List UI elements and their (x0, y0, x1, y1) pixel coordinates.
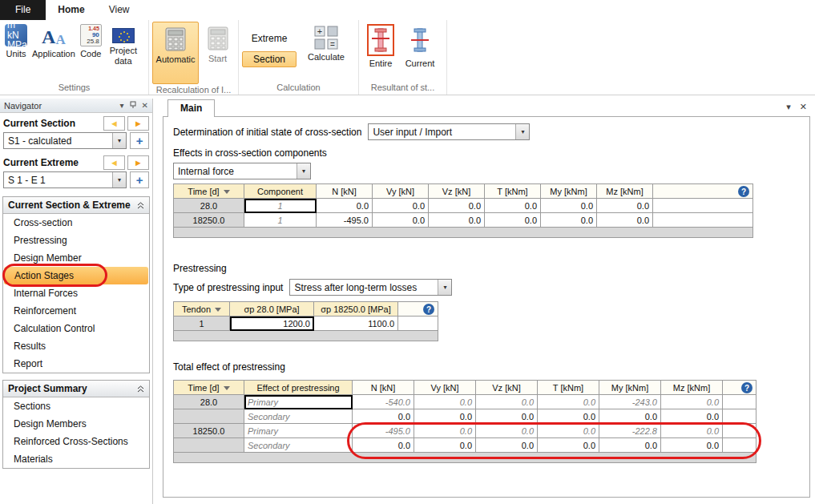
current-extreme-select[interactable]: S 1 - E 1 ▾ (3, 171, 127, 188)
application-button[interactable]: A A Application (30, 22, 77, 62)
chevron-down-icon[interactable]: ▾ (515, 124, 529, 139)
column-header-tendon[interactable]: Tendon (174, 302, 230, 317)
column-header-mz[interactable]: Mz [kNm] (597, 184, 653, 199)
value-cell[interactable]: 0.0 (538, 438, 599, 453)
value-cell[interactable]: 0.0 (317, 199, 373, 213)
readonly-value-cell[interactable]: 0.0 (538, 395, 599, 409)
time-cell[interactable] (174, 409, 244, 424)
nav-item-report[interactable]: Report (3, 355, 149, 373)
value-cell[interactable]: 0.0 (538, 409, 599, 424)
value-cell[interactable]: 0.0 (597, 199, 653, 213)
readonly-value-cell[interactable]: 0.0 (538, 424, 599, 438)
nav-item-action-stages[interactable]: Action Stages (4, 267, 148, 284)
component-cell-selected[interactable]: 1 (244, 199, 317, 213)
tab-main[interactable]: Main (167, 99, 215, 117)
nav-item-results[interactable]: Results (3, 337, 149, 355)
next-extreme-button[interactable]: ► (127, 155, 149, 170)
previous-section-button[interactable]: ◄ (103, 116, 125, 131)
time-cell[interactable]: 18250.0 (174, 424, 244, 438)
effect-cell[interactable]: Primary (244, 424, 353, 438)
nav-item-design-member[interactable]: Design Member (3, 249, 149, 267)
readonly-value-cell[interactable]: 0.0 (661, 395, 723, 409)
next-section-button[interactable]: ► (127, 116, 149, 131)
readonly-value-cell[interactable]: 0.0 (414, 424, 476, 438)
column-header-vz[interactable]: Vz [kN] (476, 381, 538, 395)
value-cell[interactable]: 0.0 (353, 409, 414, 424)
close-icon[interactable]: ✕ (800, 102, 807, 112)
effect-cell[interactable]: Secondary (244, 438, 353, 453)
value-cell[interactable]: 0.0 (414, 438, 476, 453)
value-cell[interactable]: 0.0 (541, 213, 597, 228)
column-header-t[interactable]: T [kNm] (485, 184, 541, 199)
time-cell[interactable]: 28.0 (174, 395, 244, 409)
nav-item-sections[interactable]: Sections (3, 397, 149, 415)
project-data-button[interactable]: Project data (105, 22, 142, 68)
value-cell[interactable]: 0.0 (661, 438, 723, 453)
entire-button[interactable]: Entire (362, 22, 399, 71)
value-cell[interactable]: 0.0 (597, 213, 653, 228)
value-cell[interactable]: 0.0 (599, 409, 661, 424)
column-header-vy[interactable]: Vy [kN] (373, 184, 429, 199)
nav-item-materials[interactable]: Materials (3, 450, 149, 468)
add-extreme-button[interactable]: + (130, 171, 149, 188)
value-cell[interactable]: 0.0 (429, 213, 485, 228)
effect-cell-selected[interactable]: Primary (244, 395, 353, 409)
nav-item-cross-section[interactable]: Cross-section (3, 214, 149, 232)
readonly-value-cell[interactable]: 0.0 (661, 424, 723, 438)
column-header-mz[interactable]: Mz [kNm] (661, 381, 723, 395)
prestressing-type-select[interactable]: Stress after long-term losses ▾ (289, 279, 452, 296)
current-button[interactable]: Current (401, 22, 439, 71)
nav-item-calculation-control[interactable]: Calculation Control (3, 320, 149, 337)
value-cell[interactable]: 0.0 (414, 409, 476, 424)
column-header-time[interactable]: Time [d] (174, 184, 244, 199)
chevron-down-icon[interactable]: ▾ (297, 163, 310, 179)
time-cell[interactable]: 18250.0 (174, 213, 244, 228)
determination-select[interactable]: User input / Import ▾ (368, 123, 530, 140)
close-icon[interactable]: ✕ (142, 101, 148, 110)
section-button[interactable]: Section (242, 51, 297, 67)
column-header-sigma-28[interactable]: σp 28.0 [MPa] (230, 302, 314, 317)
value-cell[interactable]: -495.0 (317, 213, 373, 228)
column-header-my[interactable]: My [kNm] (541, 184, 597, 199)
effects-type-select[interactable]: Internal force ▾ (173, 163, 311, 179)
nav-item-internal-forces[interactable]: Internal Forces (3, 284, 149, 302)
column-header-t[interactable]: T [kNm] (538, 381, 599, 395)
value-cell[interactable]: 0.0 (485, 213, 541, 228)
value-cell[interactable]: 0.0 (429, 199, 485, 213)
readonly-value-cell[interactable]: 0.0 (476, 395, 538, 409)
pin-icon[interactable] (129, 101, 137, 111)
dock-menu-icon[interactable]: ▾ (120, 101, 124, 110)
time-cell[interactable] (174, 438, 244, 453)
column-header-component[interactable]: Component (244, 184, 317, 199)
value-cell[interactable]: 0.0 (353, 438, 414, 453)
tab-file[interactable]: File (0, 0, 46, 20)
column-header-vz[interactable]: Vz [kN] (429, 184, 485, 199)
help-icon[interactable]: ? (741, 382, 752, 393)
readonly-value-cell[interactable]: -540.0 (353, 395, 414, 409)
automatic-button[interactable]: Automatic (152, 22, 199, 84)
section-extreme-group-header[interactable]: Current Section & Extreme (3, 197, 149, 214)
start-button[interactable]: Start (200, 22, 235, 84)
nav-item-design-members[interactable]: Design Members (3, 415, 149, 433)
value-cell[interactable]: 0.0 (485, 199, 541, 213)
column-header-n[interactable]: N [kN] (353, 381, 414, 395)
code-button[interactable]: 1.45 90 25.8 Code (79, 22, 103, 62)
value-cell[interactable]: 0.0 (476, 409, 538, 424)
chevron-down-icon[interactable]: ▾ (112, 172, 126, 187)
readonly-value-cell[interactable]: 0.0 (476, 424, 538, 438)
dock-menu-icon[interactable]: ▾ (786, 102, 791, 112)
column-header-n[interactable]: N [kN] (317, 184, 373, 199)
current-section-select[interactable]: S1 - calculated ▾ (3, 132, 127, 149)
column-header-sigma-18250[interactable]: σp 18250.0 [MPa] (314, 302, 398, 317)
component-cell[interactable]: 1 (244, 213, 317, 228)
readonly-value-cell[interactable]: 0.0 (414, 395, 476, 409)
project-summary-group-header[interactable]: Project Summary (3, 381, 149, 397)
extreme-button[interactable]: Extreme (242, 31, 297, 47)
tab-home[interactable]: Home (46, 0, 96, 20)
value-cell[interactable]: 0.0 (476, 438, 538, 453)
readonly-value-cell[interactable]: -243.0 (599, 395, 661, 409)
value-cell[interactable]: 1100.0 (314, 317, 398, 331)
tendon-cell[interactable]: 1 (174, 317, 230, 331)
nav-item-reinforced-cross-sections[interactable]: Reinforced Cross-Sections (3, 433, 149, 450)
value-cell[interactable]: 0.0 (541, 199, 597, 213)
